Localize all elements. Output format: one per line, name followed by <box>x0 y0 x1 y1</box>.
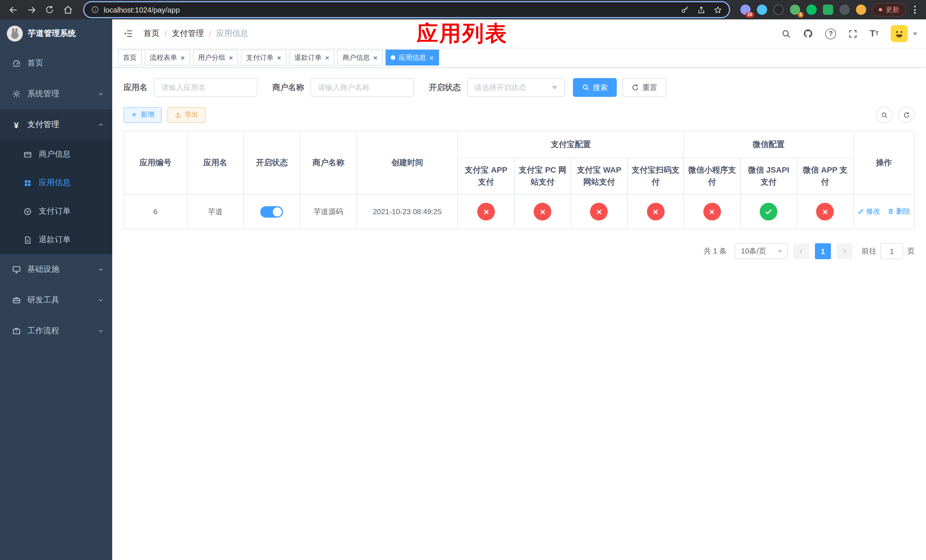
filter-form: 应用名 商户名称 开启状态 请选择开启状态 搜索 <box>124 78 915 97</box>
page-number-1[interactable]: 1 <box>815 243 831 259</box>
sidebar-item-merchant-info[interactable]: 商户信息 <box>0 140 112 169</box>
extension-icon-8[interactable] <box>856 5 866 15</box>
chevron-down-icon <box>97 297 104 304</box>
close-icon[interactable]: × <box>430 54 434 61</box>
tab-app-info[interactable]: 应用信息 × <box>386 50 439 65</box>
toggle-search-button[interactable] <box>876 106 893 123</box>
pagination-total: 共 1 条 <box>704 246 727 256</box>
reset-button[interactable]: 重置 <box>622 78 666 97</box>
breadcrumb-payment[interactable]: 支付管理 <box>172 29 204 39</box>
logo-avatar <box>7 26 23 42</box>
extension-icon-5[interactable] <box>806 5 817 15</box>
navbar-actions: ? TT <box>781 25 917 42</box>
cell-app-id: 6 <box>124 195 187 229</box>
site-info-icon[interactable] <box>91 6 99 14</box>
cell-status <box>244 195 300 229</box>
font-size-icon[interactable]: TT <box>870 29 879 38</box>
sidebar-item-home[interactable]: 首页 <box>0 48 112 79</box>
avatar-caret-icon[interactable] <box>913 32 917 35</box>
apps-table: 应用编号 应用名 开启状态 商户名称 创建时间 支付宝配置 微信配置 操作 支付… <box>124 131 915 229</box>
page-size-select[interactable]: 10条/页 <box>735 243 788 259</box>
chevron-down-icon <box>552 86 558 89</box>
browser-menu-icon[interactable] <box>909 3 920 16</box>
extension-icon-3[interactable] <box>773 5 784 15</box>
sidebar-item-refund-order[interactable]: 退款订单 <box>0 226 112 254</box>
sidebar-item-payment[interactable]: ¥ 支付管理 <box>0 109 112 140</box>
tab-refund-order[interactable]: 退款订单 × <box>289 50 334 65</box>
pagination: 共 1 条 10条/页 1 前往 页 <box>124 243 915 259</box>
refresh-table-button[interactable] <box>898 106 915 123</box>
browser-update-button[interactable]: 更新 <box>872 3 906 17</box>
add-button[interactable]: 新增 <box>124 107 162 123</box>
sidebar-item-workflow[interactable]: 工作流程 <box>0 316 112 347</box>
app-frame: 芋道管理系统 首页 系统管理 ¥ 支付管理 <box>0 20 926 560</box>
bookmark-star-icon[interactable] <box>714 5 722 14</box>
app-name-input[interactable] <box>154 78 257 97</box>
extension-icon-7[interactable] <box>840 5 850 15</box>
help-icon[interactable]: ? <box>825 28 836 39</box>
enable-switch[interactable] <box>260 206 283 217</box>
next-page-button[interactable] <box>837 243 853 259</box>
tab-user-group[interactable]: 用户分组 × <box>193 50 238 65</box>
extension-icon-6[interactable] <box>823 5 833 15</box>
status-select[interactable]: 请选择开启状态 <box>467 78 565 97</box>
goto-page-input[interactable] <box>881 243 903 259</box>
url-text[interactable]: localhost:1024/pay/app <box>104 5 681 14</box>
close-icon[interactable]: × <box>277 54 281 61</box>
chevron-down-icon <box>97 91 104 97</box>
col-status: 开启状态 <box>244 131 300 195</box>
reload-icon[interactable] <box>42 2 57 17</box>
close-icon[interactable]: × <box>228 54 233 61</box>
col-wechat-jsapi: 微信 JSAPI 支付 <box>740 158 797 195</box>
col-alipay-pc: 支付宝 PC 网站支付 <box>514 158 570 195</box>
back-icon[interactable] <box>6 2 21 17</box>
sidebar-item-dev-tools[interactable]: 研发工具 <box>0 285 112 316</box>
merchant-name-input[interactable] <box>310 78 414 97</box>
fullscreen-icon[interactable] <box>848 29 858 38</box>
cell-app-name: 芋道 <box>187 195 244 229</box>
status-label: 开启状态 <box>429 82 461 92</box>
home-icon[interactable] <box>61 2 75 17</box>
prev-page-button[interactable] <box>793 243 809 259</box>
search-icon[interactable] <box>781 29 791 38</box>
extension-badge-10: 10 <box>746 12 754 18</box>
search-button[interactable]: 搜索 <box>573 78 617 97</box>
tab-pay-order[interactable]: 支付订单 × <box>241 50 286 65</box>
tab-process-form[interactable]: 流程表单 × <box>145 50 190 65</box>
address-bar[interactable]: localhost:1024/pay/app <box>83 1 730 18</box>
password-key-icon[interactable] <box>681 5 689 14</box>
share-icon[interactable] <box>697 5 706 14</box>
col-group-wechat: 微信配置 <box>684 131 853 158</box>
extension-icon-4[interactable]: 1 <box>790 5 800 15</box>
extension-icon-2[interactable] <box>757 5 767 15</box>
close-icon[interactable]: × <box>180 54 185 61</box>
col-app-id: 应用编号 <box>124 131 187 195</box>
close-icon[interactable]: × <box>325 54 330 61</box>
edit-button[interactable]: 修改 <box>857 207 880 216</box>
update-label: 更新 <box>885 5 899 15</box>
hamburger-icon[interactable] <box>121 29 136 39</box>
close-icon[interactable]: × <box>373 54 378 61</box>
extension-badge-1: 1 <box>797 12 803 18</box>
gear-icon <box>11 89 21 99</box>
breadcrumb-home[interactable]: 首页 <box>144 29 159 39</box>
credit-card-icon <box>23 150 32 159</box>
tab-merchant-info[interactable]: 商户信息 × <box>337 50 383 65</box>
tab-home[interactable]: 首页 <box>118 50 142 65</box>
delete-button[interactable]: 删除 <box>888 207 910 216</box>
sidebar-item-app-info[interactable]: 应用信息 <box>0 169 112 197</box>
goto-label: 前往 <box>862 246 876 256</box>
sidebar-item-infrastructure[interactable]: 基础设施 <box>0 254 112 285</box>
app-title: 芋道管理系统 <box>28 29 76 39</box>
forward-icon[interactable] <box>24 2 39 17</box>
sidebar-item-system[interactable]: 系统管理 <box>0 79 112 109</box>
github-icon[interactable] <box>803 29 813 39</box>
extension-icon-1[interactable]: 10 <box>740 5 750 15</box>
sidebar-item-pay-order[interactable]: 支付订单 <box>0 197 112 226</box>
sidebar-submenu-payment: 商户信息 应用信息 支付订单 <box>0 140 112 254</box>
export-button[interactable]: 导出 <box>168 107 206 123</box>
alipay-app-status-icon <box>477 203 495 221</box>
col-group-alipay: 支付宝配置 <box>458 131 684 158</box>
user-avatar[interactable] <box>891 25 908 42</box>
sidebar: 芋道管理系统 首页 系统管理 ¥ 支付管理 <box>0 20 112 560</box>
